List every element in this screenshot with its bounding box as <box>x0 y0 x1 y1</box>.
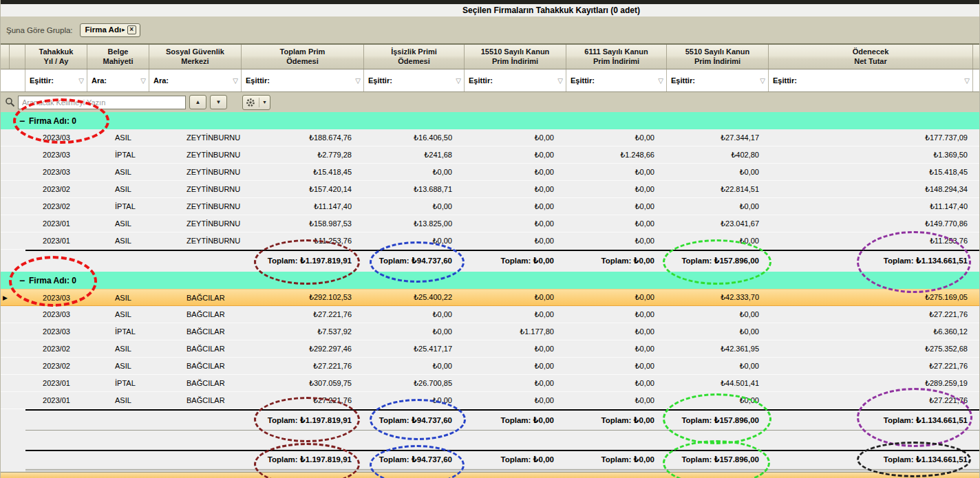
column-header-belge[interactable]: BelgeMahiyeti <box>87 45 149 69</box>
footer-separator-line <box>25 469 980 471</box>
group-row-2[interactable]: −Firma Adı: 0 <box>1 272 980 289</box>
table-row[interactable]: 2023/02ASILBAĞCILAR₺292.297,46₺25.417,17… <box>1 340 980 358</box>
cell-tahakkuk: 2023/02 <box>25 358 87 374</box>
filter-funnel-icon[interactable]: ▽ <box>456 77 461 85</box>
filter-leading-cell <box>1 69 25 91</box>
search-prev-button[interactable]: ▲ <box>189 95 206 109</box>
cell-issizlik: ₺0,00 <box>364 198 465 215</box>
column-header-tahakkuk[interactable]: TahakkukYıl / Ay <box>25 45 87 69</box>
filter-funnel-icon[interactable]: ▽ <box>964 77 970 85</box>
column-header-merkez[interactable]: Sosyal GüvenlikMerkezi <box>149 45 242 69</box>
filter-operator-label[interactable]: Eşittir: <box>364 76 392 85</box>
cell-net: ₺11.147,40 <box>769 198 973 215</box>
cell-k5510: ₺42.333,70 <box>667 290 769 305</box>
search-input[interactable] <box>18 96 186 109</box>
filter-cell-merkez[interactable]: Ara:▽ <box>149 69 242 91</box>
cell-belge: İPTAL <box>87 198 149 215</box>
cell-belge: ASIL <box>87 358 149 374</box>
filter-cell-net[interactable]: Eşittir:▽ <box>769 69 973 91</box>
table-row[interactable]: 2023/01ASILZEYTİNBURNU₺158.987,53₺13.825… <box>1 215 980 232</box>
filter-cell-belge[interactable]: Ara:▽ <box>87 69 149 91</box>
column-header-net[interactable]: ÖdenecekNet Tutar <box>769 45 973 69</box>
cell-k15510: ₺0,00 <box>465 375 566 391</box>
filter-operator-label[interactable]: Eşittir: <box>465 76 493 85</box>
column-header-toplam-prim[interactable]: Toplam PrimÖdemesi <box>242 45 364 69</box>
table-row[interactable]: 2023/03ASILZEYTİNBURNU₺188.674,76₺16.406… <box>1 129 980 146</box>
table-row[interactable]: 2023/01İPTALBAĞCILAR₺307.059,75₺26.700,8… <box>1 375 980 392</box>
filter-funnel-icon[interactable]: ▽ <box>557 77 563 85</box>
total-value: Toplam: ₺0,00 <box>566 409 667 431</box>
total-value: Toplam: ₺0,00 <box>465 250 566 272</box>
table-row[interactable]: ▶2023/03ASILBAĞCILAR₺292.102,53₺25.400,2… <box>1 289 980 306</box>
filter-filler-cell <box>973 69 980 91</box>
collapse-icon[interactable]: − <box>19 116 29 127</box>
row-indicator-cell <box>1 146 10 163</box>
filter-operator-label[interactable]: Eşittir: <box>242 76 270 85</box>
table-row[interactable]: 2023/02İPTALZEYTİNBURNU₺11.147,40₺0,00₺0… <box>1 198 980 215</box>
cell-net: ₺148.294,34 <box>769 181 973 197</box>
column-header-issizlik[interactable]: İşsizlik PrimiÖdemesi <box>364 45 465 69</box>
filter-funnel-icon[interactable]: ▽ <box>355 77 361 85</box>
filter-cell-k5510[interactable]: Eşittir:▽ <box>667 69 769 91</box>
table-row[interactable]: 2023/03İPTALZEYTİNBURNU₺2.779,28₺241,68₺… <box>1 146 980 164</box>
filter-operator-label[interactable]: Eşittir: <box>566 76 595 85</box>
cell-issizlik: ₺25.417,17 <box>364 340 465 357</box>
cell-toplam-prim: ₺27.221,76 <box>242 306 364 323</box>
filter-funnel-icon[interactable]: ▽ <box>658 77 663 85</box>
cell-k15510: ₺0,00 <box>465 358 566 374</box>
cell-k15510: ₺0,00 <box>465 340 566 357</box>
column-header-k6111[interactable]: 6111 Sayılı KanunPrim İndirimi <box>566 45 667 69</box>
column-header-k5510[interactable]: 5510 Sayılı KanunPrim İndirimi <box>667 45 769 69</box>
page-title: Seçilen Firmaların Tahakkuk Kayıtları (0… <box>462 6 640 15</box>
column-header-k15510[interactable]: 15510 Sayılı KanunPrim İndirimi <box>465 45 566 69</box>
cell-k6111: ₺0,00 <box>566 232 667 249</box>
filter-operator-label[interactable]: Eşittir: <box>667 76 695 85</box>
filter-operator-label[interactable]: Ara: <box>87 76 107 85</box>
cell-k5510: ₺0,00 <box>667 323 769 340</box>
filter-cell-issizlik[interactable]: Eşittir:▽ <box>364 69 465 91</box>
search-next-button[interactable]: ▼ <box>210 95 227 109</box>
cell-k6111: ₺0,00 <box>566 306 667 323</box>
table-row[interactable]: 2023/01ASILZEYTİNBURNU₺11.253,76₺0,00₺0,… <box>1 232 980 250</box>
row-filler-cell <box>973 232 980 249</box>
table-row[interactable]: 2023/03ASILZEYTİNBURNU₺15.418,45₺0,00₺0,… <box>1 164 980 181</box>
filter-funnel-icon[interactable]: ▽ <box>233 77 238 85</box>
cell-tahakkuk: 2023/03 <box>25 129 87 146</box>
row-indicator-cell <box>1 392 10 409</box>
column-header-row: TahakkukYıl / AyBelgeMahiyetiSosyal Güve… <box>1 43 980 69</box>
total-value: Toplam: ₺0,00 <box>465 450 566 469</box>
table-row[interactable]: 2023/03İPTALBAĞCILAR₺7.537,92₺0,00₺1.177… <box>1 323 980 340</box>
filter-funnel-icon[interactable]: ▽ <box>760 77 765 85</box>
table-row[interactable]: 2023/03ASILBAĞCILAR₺27.221,76₺0,00₺0,00₺… <box>1 306 980 323</box>
expand-cell <box>10 375 25 391</box>
cell-toplam-prim: ₺292.102,53 <box>242 290 364 305</box>
row-filler-cell <box>973 375 980 391</box>
chip-close-icon[interactable]: × <box>127 25 136 34</box>
filter-operator-label[interactable]: Eşittir: <box>25 76 54 85</box>
header-line1: 5510 Sayılı Kanun <box>685 47 750 57</box>
footer-spacer <box>1 431 980 450</box>
cell-k15510: ₺0,00 <box>465 198 566 215</box>
filter-cell-tahakkuk[interactable]: Eşittir:▽ <box>25 69 87 91</box>
filter-cell-toplam-prim[interactable]: Eşittir:▽ <box>242 69 364 91</box>
filter-operator-label[interactable]: Ara: <box>149 76 169 85</box>
row-indicator-cell <box>1 215 10 232</box>
cell-toplam-prim: ₺7.537,92 <box>242 323 364 340</box>
table-row[interactable]: 2023/01ASILBAĞCILAR₺27.221,76₺0,00₺0,00₺… <box>1 392 980 409</box>
filter-cell-k6111[interactable]: Eşittir:▽ <box>566 69 667 91</box>
group-chip-firma-adi[interactable]: Firma Adı ▸ × <box>80 23 140 37</box>
table-row[interactable]: 2023/02ASILZEYTİNBURNU₺157.420,14₺13.688… <box>1 181 980 198</box>
group-row-1[interactable]: −Firma Adı: 0 <box>1 112 980 129</box>
filter-operator-label[interactable]: Eşittir: <box>769 76 797 85</box>
collapse-icon[interactable]: − <box>19 275 29 286</box>
filter-funnel-icon[interactable]: ▽ <box>140 77 146 85</box>
filter-cell-k15510[interactable]: Eşittir:▽ <box>465 69 566 91</box>
cell-belge: ASIL <box>87 129 149 146</box>
cell-k15510: ₺1.177,80 <box>465 323 566 340</box>
row-indicator-cell <box>1 323 10 340</box>
filter-funnel-icon[interactable]: ▽ <box>78 77 84 85</box>
search-options-button[interactable]: ▼ <box>242 95 270 110</box>
cell-k6111: ₺0,00 <box>566 129 667 146</box>
table-row[interactable]: 2023/02ASILBAĞCILAR₺27.221,76₺0,00₺0,00₺… <box>1 358 980 375</box>
cell-belge: ASIL <box>87 340 149 357</box>
